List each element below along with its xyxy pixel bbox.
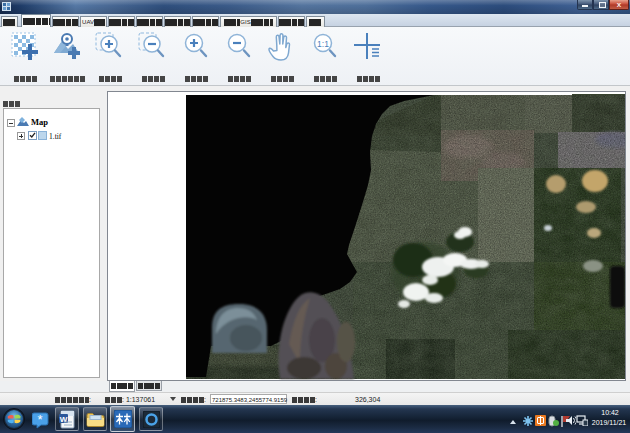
svg-text:*: * bbox=[37, 412, 42, 427]
svg-text:1:1: 1:1 bbox=[317, 39, 329, 49]
